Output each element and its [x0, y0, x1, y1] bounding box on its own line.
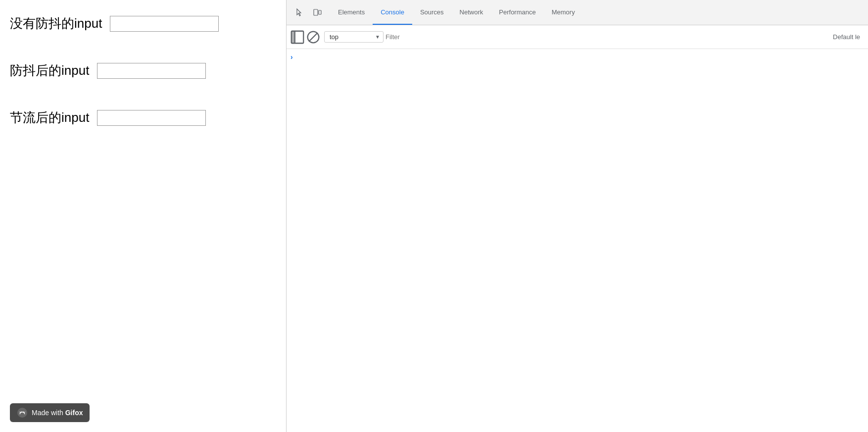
throttle-row: 节流后的input — [10, 109, 276, 126]
devtools-tabs: Elements Console Sources Network Perform… — [330, 0, 583, 25]
gifox-text: Made with Gifox — [32, 409, 83, 417]
svg-line-9 — [309, 33, 318, 42]
debounce-label: 防抖后的input — [10, 62, 89, 79]
svg-rect-4 — [319, 10, 321, 14]
console-output: › — [287, 49, 868, 432]
device-icon — [313, 8, 322, 17]
main-page: 没有防抖的input 防抖后的input 节流后的input Made with… — [0, 0, 286, 432]
svg-rect-3 — [314, 9, 318, 15]
no-debounce-row: 没有防抖的input — [10, 15, 276, 32]
tab-network[interactable]: Network — [452, 0, 491, 25]
throttle-label: 节流后的input — [10, 109, 89, 126]
clear-console-button[interactable] — [306, 30, 320, 44]
tab-console[interactable]: Console — [373, 0, 412, 25]
tab-memory[interactable]: Memory — [544, 0, 583, 25]
svg-point-1 — [20, 412, 21, 413]
gifox-text-bold: Gifox — [65, 409, 83, 417]
context-selector-arrow: ▼ — [375, 34, 380, 40]
context-selector-text: top — [330, 33, 372, 41]
console-toolbar: top ▼ Default le — [287, 25, 868, 49]
devtools-topbar: Elements Console Sources Network Perform… — [287, 0, 868, 25]
cursor-icon — [295, 8, 304, 17]
sidebar-icon — [290, 30, 304, 44]
svg-point-2 — [23, 412, 24, 413]
debounce-row: 防抖后的input — [10, 62, 276, 79]
throttle-input[interactable] — [97, 110, 206, 126]
device-toolbar-button[interactable] — [308, 3, 326, 21]
filter-input[interactable] — [386, 33, 607, 41]
console-prompt-line: › — [287, 51, 868, 63]
default-levels-label: Default le — [833, 33, 864, 41]
console-chevron: › — [290, 52, 293, 62]
gifox-text-normal: Made with — [32, 409, 65, 417]
tab-performance[interactable]: Performance — [491, 0, 543, 25]
filter-container — [386, 33, 607, 41]
svg-point-0 — [17, 408, 27, 418]
no-debounce-label: 没有防抖的input — [10, 15, 102, 32]
context-selector[interactable]: top ▼ — [324, 31, 384, 43]
no-debounce-input[interactable] — [110, 16, 219, 32]
gifox-badge: Made with Gifox — [10, 403, 90, 422]
tab-elements[interactable]: Elements — [330, 0, 373, 25]
block-icon — [306, 30, 320, 44]
sidebar-toggle-button[interactable] — [290, 30, 304, 44]
gifox-icon — [17, 407, 28, 418]
debounce-input[interactable] — [97, 63, 206, 79]
tab-sources[interactable]: Sources — [412, 0, 452, 25]
inspector-button[interactable] — [290, 3, 308, 21]
devtools-panel: Elements Console Sources Network Perform… — [287, 0, 868, 432]
